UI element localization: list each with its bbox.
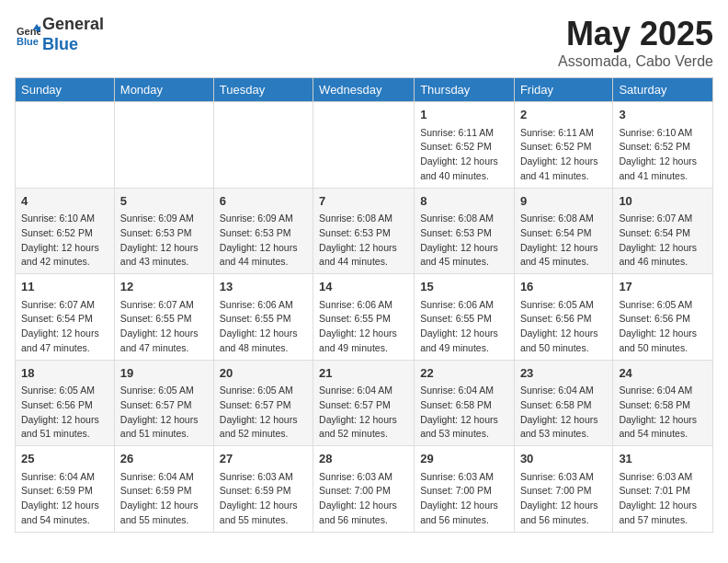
calendar-cell	[16, 102, 115, 189]
calendar-week-row: 11Sunrise: 6:07 AM Sunset: 6:54 PM Dayli…	[16, 274, 713, 361]
calendar-table: SundayMondayTuesdayWednesdayThursdayFrid…	[15, 77, 713, 533]
day-info: Sunrise: 6:03 AM Sunset: 7:01 PM Dayligh…	[619, 470, 707, 528]
calendar-cell: 12Sunrise: 6:07 AM Sunset: 6:55 PM Dayli…	[114, 274, 213, 361]
weekday-header-cell: Thursday	[415, 78, 515, 102]
calendar-week-row: 4Sunrise: 6:10 AM Sunset: 6:52 PM Daylig…	[16, 188, 713, 274]
calendar-cell: 17Sunrise: 6:05 AM Sunset: 6:56 PM Dayli…	[613, 274, 713, 361]
calendar-cell: 5Sunrise: 6:09 AM Sunset: 6:53 PM Daylig…	[114, 188, 213, 274]
day-number: 3	[619, 106, 707, 124]
weekday-header-cell: Monday	[114, 78, 213, 102]
day-info: Sunrise: 6:04 AM Sunset: 6:59 PM Dayligh…	[21, 470, 108, 528]
day-info: Sunrise: 6:07 AM Sunset: 6:55 PM Dayligh…	[120, 298, 208, 356]
weekday-header-cell: Sunday	[16, 78, 115, 102]
calendar-body: 1Sunrise: 6:11 AM Sunset: 6:52 PM Daylig…	[16, 102, 713, 533]
day-number: 26	[120, 450, 208, 468]
calendar-week-row: 25Sunrise: 6:04 AM Sunset: 6:59 PM Dayli…	[16, 446, 713, 533]
day-number: 23	[520, 364, 608, 383]
day-number: 13	[220, 278, 307, 296]
day-number: 14	[319, 278, 408, 296]
calendar-cell: 21Sunrise: 6:04 AM Sunset: 6:57 PM Dayli…	[313, 360, 415, 446]
day-info: Sunrise: 6:06 AM Sunset: 6:55 PM Dayligh…	[220, 298, 307, 356]
weekday-header-cell: Tuesday	[213, 78, 313, 102]
day-number: 1	[420, 106, 508, 124]
day-info: Sunrise: 6:10 AM Sunset: 6:52 PM Dayligh…	[619, 126, 707, 184]
day-info: Sunrise: 6:08 AM Sunset: 6:53 PM Dayligh…	[319, 212, 408, 270]
day-info: Sunrise: 6:04 AM Sunset: 6:59 PM Dayligh…	[120, 470, 208, 528]
day-info: Sunrise: 6:04 AM Sunset: 6:58 PM Dayligh…	[619, 384, 707, 442]
day-number: 5	[120, 192, 208, 211]
calendar-cell: 2Sunrise: 6:11 AM Sunset: 6:52 PM Daylig…	[514, 102, 613, 189]
calendar-cell: 3Sunrise: 6:10 AM Sunset: 6:52 PM Daylig…	[613, 102, 713, 189]
day-number: 30	[520, 450, 608, 468]
day-number: 28	[319, 450, 408, 468]
day-info: Sunrise: 6:03 AM Sunset: 7:00 PM Dayligh…	[420, 470, 508, 528]
calendar-cell: 28Sunrise: 6:03 AM Sunset: 7:00 PM Dayli…	[313, 446, 415, 533]
weekday-header-row: SundayMondayTuesdayWednesdayThursdayFrid…	[16, 78, 713, 102]
calendar-title: May 2025	[558, 15, 713, 53]
calendar-cell: 26Sunrise: 6:04 AM Sunset: 6:59 PM Dayli…	[114, 446, 213, 533]
day-info: Sunrise: 6:03 AM Sunset: 7:00 PM Dayligh…	[520, 470, 608, 528]
calendar-cell: 30Sunrise: 6:03 AM Sunset: 7:00 PM Dayli…	[514, 446, 613, 533]
page-header: General Blue General Blue May 2025 Assom…	[15, 15, 713, 70]
day-number: 16	[520, 278, 608, 296]
calendar-cell: 22Sunrise: 6:04 AM Sunset: 6:58 PM Dayli…	[415, 360, 515, 446]
day-number: 11	[21, 278, 108, 296]
calendar-cell: 8Sunrise: 6:08 AM Sunset: 6:53 PM Daylig…	[415, 188, 515, 274]
day-number: 15	[420, 278, 508, 296]
day-number: 4	[21, 192, 108, 211]
svg-text:Blue: Blue	[17, 36, 39, 47]
title-block: May 2025 Assomada, Cabo Verde	[558, 15, 713, 70]
day-number: 9	[520, 192, 608, 211]
logo: General Blue General Blue	[15, 15, 104, 54]
day-info: Sunrise: 6:03 AM Sunset: 7:00 PM Dayligh…	[319, 470, 408, 528]
day-number: 19	[120, 364, 208, 383]
day-number: 29	[420, 450, 508, 468]
day-number: 25	[21, 450, 108, 468]
weekday-header-cell: Saturday	[613, 78, 713, 102]
day-number: 18	[21, 364, 108, 383]
day-info: Sunrise: 6:09 AM Sunset: 6:53 PM Dayligh…	[120, 212, 208, 270]
day-info: Sunrise: 6:04 AM Sunset: 6:58 PM Dayligh…	[420, 384, 508, 442]
day-info: Sunrise: 6:05 AM Sunset: 6:56 PM Dayligh…	[21, 384, 108, 442]
day-info: Sunrise: 6:08 AM Sunset: 6:54 PM Dayligh…	[520, 212, 608, 270]
day-info: Sunrise: 6:03 AM Sunset: 6:59 PM Dayligh…	[220, 470, 307, 528]
day-info: Sunrise: 6:10 AM Sunset: 6:52 PM Dayligh…	[21, 212, 108, 270]
calendar-cell: 31Sunrise: 6:03 AM Sunset: 7:01 PM Dayli…	[613, 446, 713, 533]
day-number: 7	[319, 192, 408, 211]
calendar-week-row: 1Sunrise: 6:11 AM Sunset: 6:52 PM Daylig…	[16, 102, 713, 189]
calendar-cell: 18Sunrise: 6:05 AM Sunset: 6:56 PM Dayli…	[16, 360, 115, 446]
weekday-header-cell: Wednesday	[313, 78, 415, 102]
day-info: Sunrise: 6:05 AM Sunset: 6:57 PM Dayligh…	[220, 384, 307, 442]
day-info: Sunrise: 6:11 AM Sunset: 6:52 PM Dayligh…	[520, 126, 608, 184]
day-info: Sunrise: 6:05 AM Sunset: 6:56 PM Dayligh…	[520, 298, 608, 356]
calendar-cell: 13Sunrise: 6:06 AM Sunset: 6:55 PM Dayli…	[213, 274, 313, 361]
day-info: Sunrise: 6:06 AM Sunset: 6:55 PM Dayligh…	[319, 298, 408, 356]
logo-icon: General Blue	[15, 22, 40, 48]
calendar-cell: 27Sunrise: 6:03 AM Sunset: 6:59 PM Dayli…	[213, 446, 313, 533]
day-info: Sunrise: 6:08 AM Sunset: 6:53 PM Dayligh…	[420, 212, 508, 270]
day-info: Sunrise: 6:09 AM Sunset: 6:53 PM Dayligh…	[220, 212, 307, 270]
day-number: 27	[220, 450, 307, 468]
calendar-cell: 11Sunrise: 6:07 AM Sunset: 6:54 PM Dayli…	[16, 274, 115, 361]
day-number: 6	[220, 192, 307, 211]
day-info: Sunrise: 6:05 AM Sunset: 6:56 PM Dayligh…	[619, 298, 707, 356]
calendar-cell: 6Sunrise: 6:09 AM Sunset: 6:53 PM Daylig…	[213, 188, 313, 274]
day-info: Sunrise: 6:05 AM Sunset: 6:57 PM Dayligh…	[120, 384, 208, 442]
day-number: 10	[619, 192, 707, 211]
calendar-cell: 29Sunrise: 6:03 AM Sunset: 7:00 PM Dayli…	[415, 446, 515, 533]
calendar-cell: 24Sunrise: 6:04 AM Sunset: 6:58 PM Dayli…	[613, 360, 713, 446]
day-number: 22	[420, 364, 508, 383]
logo-blue-text: Blue	[42, 35, 78, 53]
day-number: 2	[520, 106, 608, 124]
calendar-cell: 1Sunrise: 6:11 AM Sunset: 6:52 PM Daylig…	[415, 102, 515, 189]
day-number: 20	[220, 364, 307, 383]
calendar-week-row: 18Sunrise: 6:05 AM Sunset: 6:56 PM Dayli…	[16, 360, 713, 446]
day-number: 17	[619, 278, 707, 296]
day-number: 31	[619, 450, 707, 468]
calendar-cell: 16Sunrise: 6:05 AM Sunset: 6:56 PM Dayli…	[514, 274, 613, 361]
day-number: 21	[319, 364, 408, 383]
day-info: Sunrise: 6:11 AM Sunset: 6:52 PM Dayligh…	[420, 126, 508, 184]
logo-general-text: General	[42, 15, 104, 33]
calendar-cell	[114, 102, 213, 189]
calendar-cell: 19Sunrise: 6:05 AM Sunset: 6:57 PM Dayli…	[114, 360, 213, 446]
